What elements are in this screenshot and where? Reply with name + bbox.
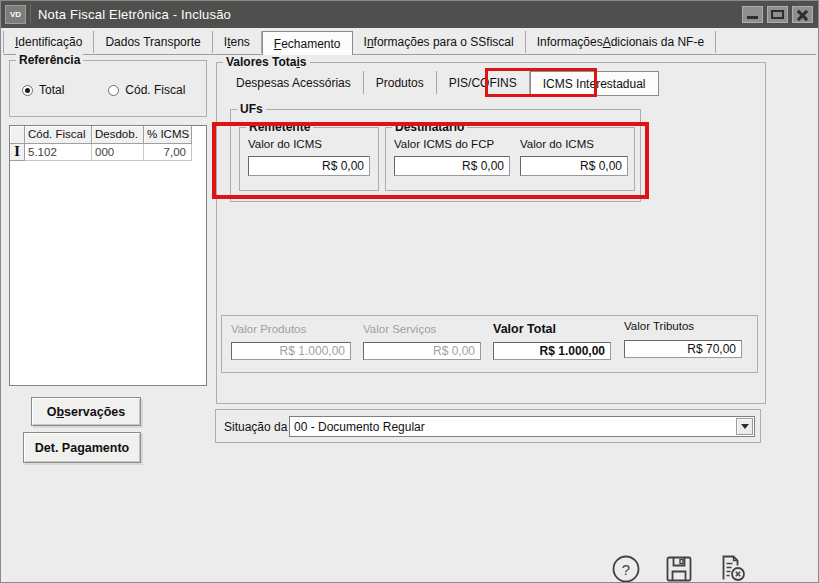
valor-total-label: Valor Total [493,322,556,336]
table-row[interactable]: I 5.102 000 7,00 [10,144,206,161]
valor-total-field: R$ 1.000,00 [493,342,611,360]
window-controls [738,6,813,23]
chevron-down-icon[interactable] [736,418,753,435]
valor-servicos-field: R$ 0,00 [363,342,481,360]
destinatario-valor-icms-fcp-label: Valor ICMS do FCP [394,138,494,150]
tab-identificacao[interactable]: Identificação [3,31,94,53]
valores-subtabstrip: Despesas Acessórias Produtos PIS/COFINS … [224,71,659,95]
tab-itens[interactable]: Itens [213,31,262,53]
subtab-produtos[interactable]: Produtos [364,71,437,94]
remetente-valor-icms-field[interactable]: R$ 0,00 [248,156,370,176]
grid-col-desdob: Desdob. [92,126,144,144]
valor-tributos-label: Valor Tributos [624,320,694,332]
referencia-title: Referência [16,53,83,67]
destinatario-group: Destinatário Valor ICMS do FCP R$ 0,00 V… [385,127,635,191]
valor-produtos-label: Valor Produtos [231,323,306,335]
subtab-despesas-acessorias[interactable]: Despesas Acessórias [224,71,364,94]
situacao-panel: Situação da NF: 00 - Documento Regular [215,409,761,443]
grid-header: Cód. Fiscal Desdob. % ICMS [10,126,206,144]
grid-col-perc-icms: % ICMS [144,126,192,144]
main-tabstrip: Identificação Dados Transporte Itens Fec… [3,31,816,55]
tab-informacoes-adicionais-nfe[interactable]: Informações Adicionais da NF-e [526,31,716,53]
ufs-group: UFs Remetente Valor do ICMS R$ 0,00 Dest… [230,109,641,202]
app-icon: VD [5,5,26,24]
titlebar: VD Nota Fiscal Eletrônica - Inclusão [1,1,818,28]
subtab-icms-interestadual[interactable]: ICMS Interestadual [530,71,659,96]
valor-tributos-field: R$ 70,00 [624,340,742,358]
cell-cod-fiscal: 5.102 [25,144,92,161]
row-edit-marker-icon: I [10,144,25,161]
situacao-nf-select[interactable]: 00 - Documento Regular [289,416,755,437]
minimize-icon[interactable] [742,6,763,23]
destinatario-valor-icms-label: Valor do ICMS [520,138,594,150]
destinatario-valor-icms-fcp-field[interactable]: R$ 0,00 [394,156,510,176]
remetente-valor-icms-label: Valor do ICMS [248,138,322,150]
save-icon[interactable] [664,554,694,583]
valor-produtos-field: R$ 1.000,00 [231,342,351,360]
valor-servicos-label: Valor Serviços [363,323,436,335]
svg-text:?: ? [622,561,630,578]
situacao-nf-value: 00 - Documento Regular [294,420,425,434]
grid-marker-header [10,126,25,144]
cell-desdob: 000 [92,144,144,161]
tab-fechamento[interactable]: Fechamento [262,31,353,55]
totais-panel: Valor Produtos R$ 1.000,00 Valor Serviço… [221,315,758,373]
titlebar-separator [30,4,31,25]
referencia-options: Total Cód. Fiscal [22,83,200,97]
subtab-pis-cofins[interactable]: PIS/COFINS [437,71,530,94]
cancel-document-icon[interactable] [717,553,747,583]
destinatario-valor-icms-field[interactable]: R$ 0,00 [520,156,628,176]
cell-perc-icms: 7,00 [144,144,192,161]
remetente-title: Remetente [246,120,313,134]
radio-total-label: Total [39,83,64,97]
tab-dados-transporte[interactable]: Dados Transporte [94,31,212,53]
observacoes-button[interactable]: Observações [31,397,141,426]
remetente-group: Remetente Valor do ICMS R$ 0,00 [239,127,379,191]
valores-totais-title: Valores Totais [223,55,310,69]
ufs-title: UFs [237,102,266,116]
help-icon[interactable]: ? [611,554,641,583]
tab-informacoes-ssfiscal[interactable]: Informações para o SSfiscal [353,31,526,53]
grid-col-cod-fiscal: Cód. Fiscal [25,126,92,144]
radio-cod-fiscal-label: Cód. Fiscal [125,83,185,97]
nota-fiscal-window: VD Nota Fiscal Eletrônica - Inclusão Ide… [0,0,819,583]
referencia-group: Referência Total Cód. Fiscal [9,60,207,117]
radio-cod-fiscal[interactable] [108,85,119,96]
valores-totais-group: Valores Totais Despesas Acessórias Produ… [216,62,766,404]
close-icon[interactable] [792,6,813,23]
radio-total[interactable] [22,85,33,96]
maximize-icon[interactable] [767,6,788,23]
det-pagamento-button[interactable]: Det. Pagamento [23,432,141,463]
cfop-grid[interactable]: Cód. Fiscal Desdob. % ICMS I 5.102 000 7… [9,125,207,386]
window-title: Nota Fiscal Eletrônica - Inclusão [38,7,231,22]
destinatario-title: Destinatário [392,120,467,134]
